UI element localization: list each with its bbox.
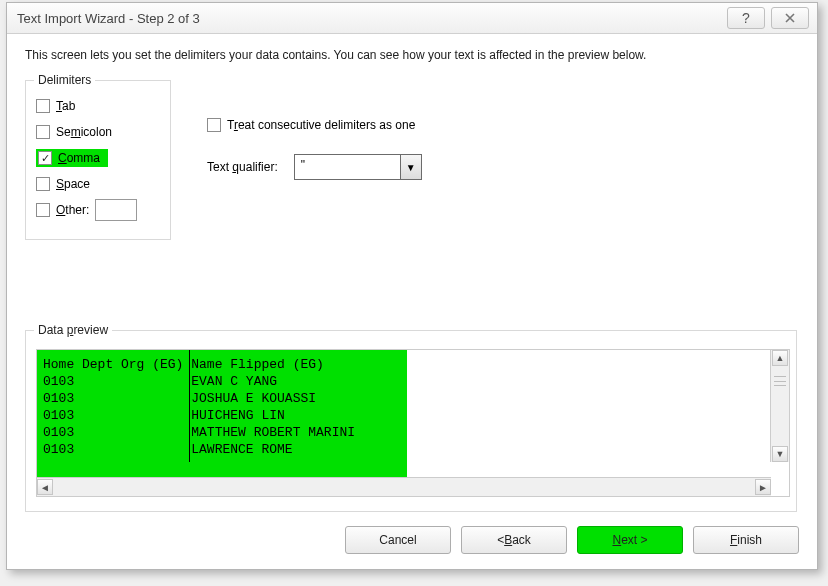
dialog-title: Text Import Wizard - Step 2 of 3 — [17, 11, 721, 26]
semicolon-checkbox[interactable] — [36, 125, 50, 139]
column-divider — [189, 350, 190, 462]
scroll-down-icon[interactable]: ▼ — [772, 446, 788, 462]
horizontal-scrollbar[interactable]: ◄ ► — [37, 477, 771, 496]
scroll-up-icon[interactable]: ▲ — [772, 350, 788, 366]
next-button[interactable]: Next > — [577, 526, 683, 554]
text-qualifier-value: " — [295, 155, 400, 179]
other-checkbox[interactable] — [36, 203, 50, 217]
treat-consecutive-checkbox[interactable] — [207, 118, 221, 132]
finish-button[interactable]: Finish — [693, 526, 799, 554]
tab-label: Tab — [56, 99, 75, 113]
text-qualifier-label: Text qualifier: — [207, 160, 278, 174]
space-checkbox[interactable] — [36, 177, 50, 191]
comma-checkbox[interactable] — [38, 151, 52, 165]
data-preview-group: Data preview Home Dept Org (EG) Name Fli… — [25, 330, 797, 512]
delimiter-comma-row[interactable]: Comma — [36, 145, 160, 171]
data-preview-area: Home Dept Org (EG) Name Flipped (EG) 010… — [36, 349, 790, 497]
semicolon-label: Semicolon — [56, 125, 112, 139]
tab-checkbox[interactable] — [36, 99, 50, 113]
delimiter-other-row[interactable]: Other: — [36, 197, 160, 223]
delimiter-semicolon-row[interactable]: Semicolon — [36, 119, 160, 145]
back-button[interactable]: < Back — [461, 526, 567, 554]
treat-consecutive-label: Treat consecutive delimiters as one — [227, 118, 415, 132]
titlebar: Text Import Wizard - Step 2 of 3 ? — [7, 3, 817, 34]
data-preview-legend: Data preview — [34, 323, 112, 337]
scroll-left-icon[interactable]: ◄ — [37, 479, 53, 495]
text-import-wizard-dialog: Text Import Wizard - Step 2 of 3 ? This … — [6, 2, 818, 570]
help-button[interactable]: ? — [727, 7, 765, 29]
close-button[interactable] — [771, 7, 809, 29]
cancel-button[interactable]: Cancel — [345, 526, 451, 554]
data-preview-text: Home Dept Org (EG) Name Flipped (EG) 010… — [43, 356, 355, 458]
close-icon — [784, 12, 796, 24]
delimiters-group: Delimiters Tab Semicolon Comma — [25, 80, 171, 240]
scroll-right-icon[interactable]: ► — [755, 479, 771, 495]
instruction-text: This screen lets you set the delimiters … — [25, 48, 799, 62]
vertical-scrollbar[interactable]: ▲ ▼ — [770, 350, 789, 462]
delimiter-space-row[interactable]: Space — [36, 171, 160, 197]
treat-consecutive-row[interactable]: Treat consecutive delimiters as one — [207, 118, 422, 132]
other-delimiter-input[interactable] — [95, 199, 137, 221]
comma-label: Comma — [58, 151, 100, 165]
chevron-down-icon: ▼ — [400, 155, 421, 179]
delimiters-legend: Delimiters — [34, 73, 95, 87]
space-label: Space — [56, 177, 90, 191]
delimiter-tab-row[interactable]: Tab — [36, 93, 160, 119]
other-label: Other: — [56, 203, 89, 217]
text-qualifier-select[interactable]: " ▼ — [294, 154, 422, 180]
